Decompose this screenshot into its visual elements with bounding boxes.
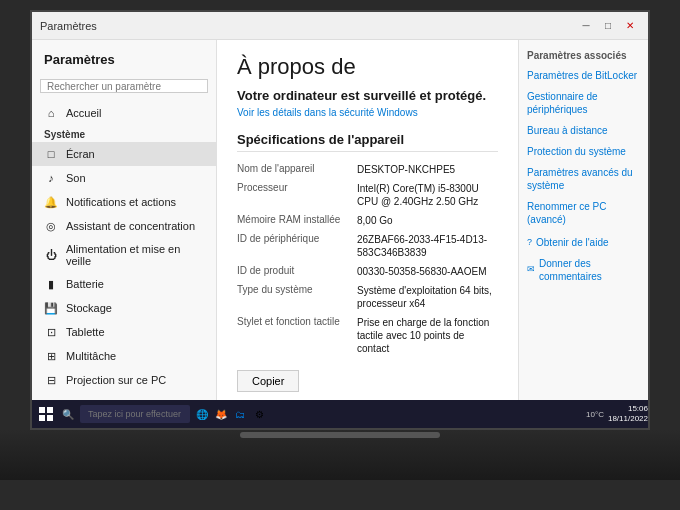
copy-button[interactable]: Copier: [237, 370, 299, 392]
sidebar-son-label: Son: [66, 172, 86, 184]
sidebar-ecran-label: Écran: [66, 148, 95, 160]
related-link-bitlocker[interactable]: Paramètres de BitLocker: [527, 69, 640, 82]
laptop-bottom: [0, 430, 680, 480]
clock-date: 18/11/2022: [608, 414, 648, 423]
svg-rect-3: [47, 415, 53, 421]
sidebar-item-alimentation[interactable]: ⏻ Alimentation et mise en veille: [32, 238, 216, 272]
taskbar-app-4[interactable]: ⚙: [251, 406, 267, 422]
search-input[interactable]: [47, 81, 201, 92]
spec-row-proc: Processeur Intel(R) Core(TM) i5-8300U CP…: [237, 179, 498, 211]
related-title: Paramètres associés: [527, 50, 640, 61]
taskbar-search-icon[interactable]: 🔍: [60, 406, 76, 422]
sidebar-item-stockage[interactable]: 💾 Stockage: [32, 296, 216, 320]
related-link-avance[interactable]: Paramètres avancés du système: [527, 166, 640, 192]
help-label: Obtenir de l'aide: [536, 236, 609, 249]
sidebar-battery-label: Batterie: [66, 278, 104, 290]
feedback-icon: ✉: [527, 264, 535, 276]
spec-label-proc: Processeur: [237, 182, 357, 208]
spec-label-prodid: ID de produit: [237, 265, 357, 278]
proj-icon: ⊟: [44, 373, 58, 387]
home-icon: ⌂: [44, 106, 58, 120]
help-icon: ?: [527, 237, 532, 249]
sidebar-notif-label: Notifications et actions: [66, 196, 176, 208]
device-specs-table: Nom de l'appareil DESKTOP-NKCHPE5 Proces…: [237, 160, 498, 358]
main-content: À propos de Votre ordinateur est surveil…: [217, 40, 518, 400]
taskbar-app-3[interactable]: 🗂: [232, 406, 248, 422]
sidebar-item-notifications[interactable]: 🔔 Notifications et actions: [32, 190, 216, 214]
spec-row-systype: Type du système Système d'exploitation 6…: [237, 281, 498, 313]
sidebar-multi-label: Multitâche: [66, 350, 116, 362]
spec-row-ram: Mémoire RAM installée 8,00 Go: [237, 211, 498, 230]
spec-value-proc: Intel(R) Core(TM) i5-8300U CPU @ 2.40GHz…: [357, 182, 498, 208]
svg-rect-2: [39, 415, 45, 421]
device-specs-title: Spécifications de l'appareil: [237, 132, 498, 152]
sidebar-assistant-label: Assistant de concentration: [66, 220, 195, 232]
window-title: Paramètres: [40, 20, 97, 32]
lenovo-logo: Lenovo: [42, 428, 91, 430]
taskbar-temp: 10°C: [586, 410, 604, 419]
page-title: À propos de: [237, 54, 498, 80]
sidebar-item-batterie[interactable]: ▮ Batterie: [32, 272, 216, 296]
sidebar-item-multitache[interactable]: ⊞ Multitâche: [32, 344, 216, 368]
sidebar-stockage-label: Stockage: [66, 302, 112, 314]
son-icon: ♪: [44, 171, 58, 185]
sidebar-item-assistant[interactable]: ◎ Assistant de concentration: [32, 214, 216, 238]
minimize-button[interactable]: ─: [576, 18, 596, 34]
sidebar-section: Système: [32, 125, 216, 142]
battery-icon: ▮: [44, 277, 58, 291]
sidebar-item-projection[interactable]: ⊟ Projection sur ce PC: [32, 368, 216, 392]
lenovo-bar: Lenovo: [32, 428, 650, 430]
related-link-protection[interactable]: Protection du système: [527, 145, 640, 158]
power-icon: ⏻: [44, 248, 58, 262]
assistant-icon: ◎: [44, 219, 58, 233]
window-controls: ─ □ ✕: [576, 18, 640, 34]
spec-label-systype: Type du système: [237, 284, 357, 310]
sidebar-tablette-label: Tablette: [66, 326, 105, 338]
spec-label-devid: ID de périphérique: [237, 233, 357, 259]
taskbar-app-2[interactable]: 🦊: [213, 406, 229, 422]
taskbar-search[interactable]: [80, 405, 190, 423]
maximize-button[interactable]: □: [598, 18, 618, 34]
multi-icon: ⊞: [44, 349, 58, 363]
sidebar-item-tablette[interactable]: ⊡ Tablette: [32, 320, 216, 344]
related-pane: Paramètres associés Paramètres de BitLoc…: [518, 40, 648, 400]
related-link-rename[interactable]: Renommer ce PC (avancé): [527, 200, 640, 226]
security-notice: Votre ordinateur est surveillé et protég…: [237, 88, 498, 103]
svg-rect-0: [39, 407, 45, 413]
security-link[interactable]: Voir les détails dans la sécurité Window…: [237, 107, 498, 118]
spec-value-systype: Système d'exploitation 64 bits, processe…: [357, 284, 498, 310]
spec-value-nom: DESKTOP-NKCHPE5: [357, 163, 498, 176]
start-button[interactable]: [36, 404, 56, 424]
close-button[interactable]: ✕: [620, 18, 640, 34]
hinge: [240, 432, 440, 438]
sidebar-alim-label: Alimentation et mise en veille: [66, 243, 204, 267]
feedback-link[interactable]: ✉ Donner des commentaires: [527, 257, 640, 283]
sidebar-item-home[interactable]: ⌂ Accueil: [32, 101, 216, 125]
taskbar-app-1[interactable]: 🌐: [194, 406, 210, 422]
feedback-label: Donner des commentaires: [539, 257, 640, 283]
taskbar-clock: 15:06 18/11/2022: [608, 404, 648, 423]
spec-row-devid: ID de périphérique 26ZBAF66-2033-4F15-4D…: [237, 230, 498, 262]
spec-value-stylet: Prise en charge de la fonction tactile a…: [357, 316, 498, 355]
spec-label-ram: Mémoire RAM installée: [237, 214, 357, 227]
spec-value-ram: 8,00 Go: [357, 214, 498, 227]
storage-icon: 💾: [44, 301, 58, 315]
svg-rect-1: [47, 407, 53, 413]
help-link[interactable]: ? Obtenir de l'aide: [527, 236, 640, 249]
search-box[interactable]: [40, 79, 208, 93]
spec-label-nom: Nom de l'appareil: [237, 163, 357, 176]
sidebar: Paramètres ⌂ Accueil Système □ Écran: [32, 40, 217, 400]
sidebar-item-ecran[interactable]: □ Écran: [32, 142, 216, 166]
notif-icon: 🔔: [44, 195, 58, 209]
spec-value-devid: 26ZBAF66-2033-4F15-4D13-583C346B3839: [357, 233, 498, 259]
clock-time: 15:06: [628, 404, 648, 413]
sidebar-item-son[interactable]: ♪ Son: [32, 166, 216, 190]
help-section: ? Obtenir de l'aide ✉ Donner des comment…: [527, 236, 640, 283]
sidebar-title: Paramètres: [44, 52, 204, 67]
related-link-bureau[interactable]: Bureau à distance: [527, 124, 640, 137]
spec-row-nom: Nom de l'appareil DESKTOP-NKCHPE5: [237, 160, 498, 179]
spec-row-stylet: Stylet et fonction tactile Prise en char…: [237, 313, 498, 358]
spec-label-stylet: Stylet et fonction tactile: [237, 316, 357, 355]
title-bar: Paramètres ─ □ ✕: [32, 12, 648, 40]
related-link-devices[interactable]: Gestionnaire de périphériques: [527, 90, 640, 116]
